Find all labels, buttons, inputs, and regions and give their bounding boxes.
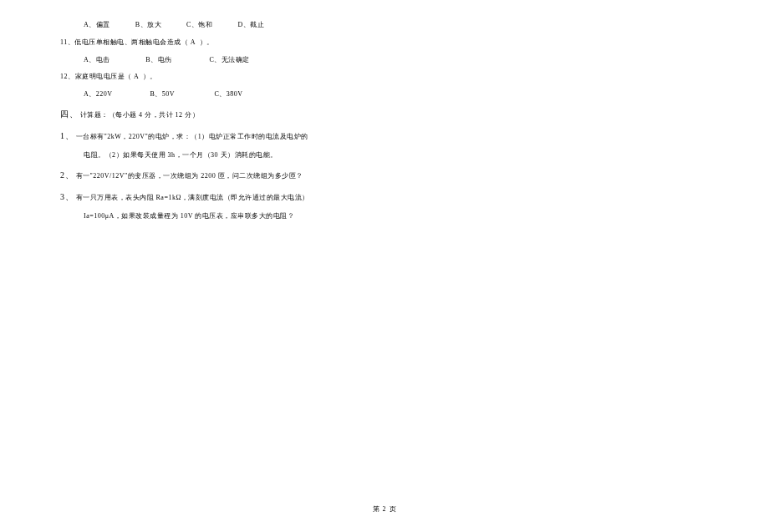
q12-options: A、220V B、50V C、380V [60, 86, 769, 104]
document-content: A、偏置 B、放大 C、饱和 D、截止 11、低电压单相触电、两相触电会造成（ … [60, 17, 769, 225]
calc-q2: 2、 有一"220V/12V"的变压器，一次绕组为 2200 匝，问二次绕组为多… [60, 165, 769, 186]
q2-text: 有一"220V/12V"的变压器，一次绕组为 2200 匝，问二次绕组为多少匝？ [74, 172, 303, 180]
q10-options: A、偏置 B、放大 C、饱和 D、截止 [60, 17, 769, 34]
q2-num: 2、 [60, 170, 74, 180]
q11-options: A、电击 B、电伤 C、无法确定 [60, 52, 769, 69]
q1-num: 1、 [60, 131, 74, 140]
calc-q1: 1、 一台标有"2kW，220V"的电炉，求：（1）电炉正常工作时的电流及电炉的 [60, 125, 769, 147]
q11-text: 11、低电压单相触电、两相触电会造成（ A ）。 [60, 34, 769, 52]
q3-text: 有一只万用表，表头内阻 Ra=1kΩ，满刻度电流（即允许通过的最大电流） [74, 194, 309, 201]
calc-q3: 3、 有一只万用表，表头内阻 Ra=1kΩ，满刻度电流（即允许通过的最大电流） [60, 186, 769, 208]
q1-text: 一台标有"2kW，220V"的电炉，求：（1）电炉正常工作时的电流及电炉的 [74, 133, 308, 140]
q3-num: 3、 [60, 192, 74, 201]
q12-text: 12、家庭明电电压是（ A ）。 [60, 68, 769, 86]
page-footer: 第 2 页 [0, 504, 769, 514]
section4-text: 计算题：（每小题 4 分，共计 12 分） [78, 111, 199, 119]
calc-q1-cont: 电阻。（2）如果每天使用 3h，一个月（30 天）消耗的电能。 [60, 147, 769, 165]
calc-q3-cont: Ia=100μA，如果改装成量程为 10V 的电压表，应串联多大的电阻？ [60, 208, 769, 225]
section4-label: 四、 [60, 109, 78, 119]
section4: 四、 计算题：（每小题 4 分，共计 12 分） [60, 104, 769, 125]
